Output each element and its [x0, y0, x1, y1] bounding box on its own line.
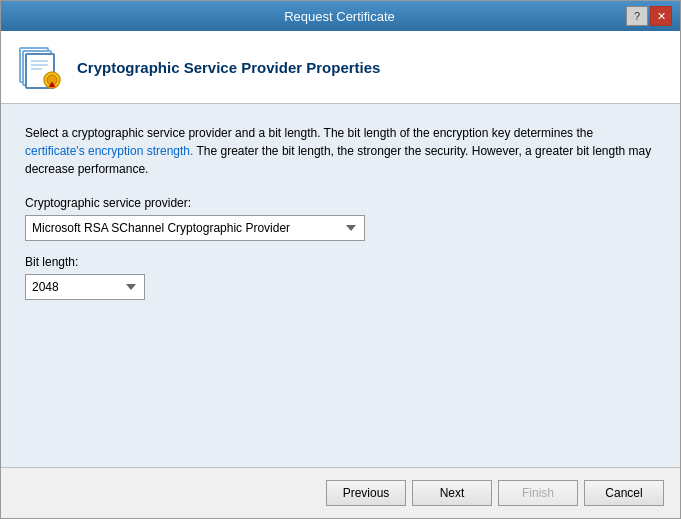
certificate-icon [18, 44, 64, 90]
bit-length-select[interactable]: 512 1024 2048 4096 [25, 274, 145, 300]
description-text: Select a cryptographic service provider … [25, 124, 656, 178]
description-part1: Select a cryptographic service provider … [25, 126, 593, 140]
provider-label: Cryptographic service provider: [25, 196, 656, 210]
next-button[interactable]: Next [412, 480, 492, 506]
bit-length-form-group: Bit length: 512 1024 2048 4096 [25, 255, 656, 300]
request-certificate-window: Request Certificate ? ✕ [0, 0, 681, 519]
cancel-button[interactable]: Cancel [584, 480, 664, 506]
previous-button[interactable]: Previous [326, 480, 406, 506]
close-button[interactable]: ✕ [650, 6, 672, 26]
finish-button[interactable]: Finish [498, 480, 578, 506]
provider-form-group: Cryptographic service provider: Microsof… [25, 196, 656, 241]
window-title: Request Certificate [53, 9, 626, 24]
header-section: Cryptographic Service Provider Propertie… [1, 31, 680, 104]
certificate-icon-container [17, 43, 65, 91]
title-bar: Request Certificate ? ✕ [1, 1, 680, 31]
title-bar-buttons: ? ✕ [626, 6, 672, 26]
header-title: Cryptographic Service Provider Propertie… [77, 59, 380, 76]
bit-length-label: Bit length: [25, 255, 656, 269]
footer: Previous Next Finish Cancel [1, 467, 680, 518]
help-button[interactable]: ? [626, 6, 648, 26]
provider-select[interactable]: Microsoft RSA SChannel Cryptographic Pro… [25, 215, 365, 241]
main-content: Select a cryptographic service provider … [1, 104, 680, 467]
description-highlight1: certificate's encryption strength. [25, 144, 193, 158]
